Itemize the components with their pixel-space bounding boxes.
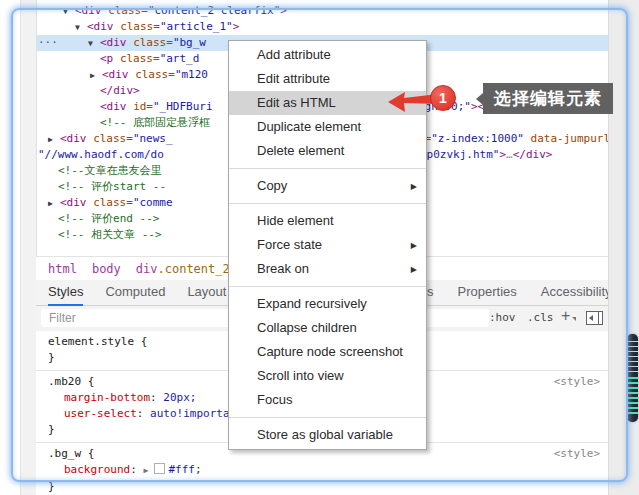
- property-name: user-select: [64, 407, 137, 420]
- menu-separator: [229, 417, 426, 418]
- menu-item-hide-element[interactable]: Hide element: [229, 209, 426, 233]
- code-token: class=: [93, 196, 133, 209]
- value-expander-icon[interactable]: ▶: [143, 463, 153, 479]
- expand-arrow-icon[interactable]: ▼: [75, 20, 87, 36]
- menu-item-duplicate-element[interactable]: Duplicate element: [229, 115, 426, 139]
- code-token: "_HDFBuri: [153, 100, 213, 113]
- menu-item-edit-attribute[interactable]: Edit attribute: [229, 67, 426, 91]
- tab-s[interactable]: s: [427, 280, 434, 304]
- dom-tree-row[interactable]: ▼<div class="article_1">: [36, 19, 608, 35]
- code-token: <div: [75, 4, 108, 17]
- code-token: <div: [60, 196, 93, 209]
- code-token: "article_1": [160, 20, 233, 33]
- expand-arrow-icon[interactable]: ▶: [48, 132, 60, 148]
- expand-arrow-icon[interactable]: ▼: [63, 4, 75, 20]
- code-token: <!--文章在患友会里: [58, 164, 162, 177]
- rule-source-link[interactable]: <style>: [554, 446, 600, 462]
- sidebar-toggle-icon[interactable]: [586, 311, 603, 325]
- code-token: "z-index:1000": [431, 132, 524, 145]
- menu-item-expand-recursively[interactable]: Expand recursively: [229, 292, 426, 316]
- menu-item-scroll-into-view[interactable]: Scroll into view: [229, 364, 426, 388]
- expand-arrow-icon[interactable]: ▶: [90, 68, 102, 84]
- dom-tree-row[interactable]: ▼<div class="content_2 clearfix">: [36, 3, 608, 19]
- code-token: data-jumpurl=: [524, 132, 608, 145]
- left-gutter: [20, 0, 37, 495]
- code-token: <div: [87, 20, 120, 33]
- menu-item-capture-node-screenshot[interactable]: Capture node screenshot: [229, 340, 426, 364]
- tab-computed[interactable]: Computed: [105, 280, 165, 304]
- tab-properties[interactable]: Properties: [458, 280, 517, 304]
- menu-item-break-on[interactable]: Break on▶: [229, 257, 426, 281]
- code-token: "news_: [133, 132, 173, 145]
- devtools-window: ▼<div class="content_2 clearfix">▼<div c…: [0, 0, 639, 495]
- step-badge: 1: [430, 85, 456, 111]
- toggle-element-state-button[interactable]: :hov: [489, 311, 516, 324]
- code-fragment: 2p0zvkj.htm">…</div>: [420, 147, 552, 163]
- menu-separator: [229, 286, 426, 287]
- code-token: >: [280, 4, 287, 17]
- scrollbar-thumb[interactable]: [627, 334, 638, 422]
- code-token: <div: [100, 100, 133, 113]
- menu-item-delete-element[interactable]: Delete element: [229, 139, 426, 163]
- code-token: "//www.haodf.com/do: [38, 148, 164, 161]
- new-style-rule-button[interactable]: +: [561, 307, 570, 325]
- code-token: <div: [102, 68, 135, 81]
- breadcrumb-item[interactable]: html: [48, 262, 77, 276]
- element-classes-button[interactable]: .cls: [527, 311, 554, 324]
- menu-item-edit-as-html[interactable]: Edit as HTML: [229, 91, 426, 115]
- code-token: >: [233, 20, 240, 33]
- code-token: "comme: [133, 196, 173, 209]
- row-more-actions-icon[interactable]: ···: [38, 35, 58, 51]
- code-token: id=: [133, 100, 153, 113]
- rule-selector: element.style {: [48, 335, 147, 348]
- style-property[interactable]: background: ▶#fff;: [48, 462, 608, 479]
- menu-item-focus[interactable]: Focus: [229, 388, 426, 412]
- code-token: <!-- 底部固定悬浮框: [100, 116, 210, 129]
- submenu-arrow-icon: ▶: [411, 234, 417, 258]
- expand-arrow-icon[interactable]: ▼: [88, 36, 100, 52]
- tab-styles[interactable]: Styles: [48, 280, 83, 306]
- menu-item-copy[interactable]: Copy▶: [229, 174, 426, 198]
- code-token: class=: [93, 132, 133, 145]
- code-token: class=: [120, 52, 160, 65]
- tab-layout[interactable]: Layout: [187, 280, 226, 304]
- style-rule[interactable]: .bg_w {<style>background: ▶#fff;}: [36, 443, 608, 495]
- code-token: <!-- 评价end -->: [58, 212, 159, 225]
- breadcrumb-text: html: [48, 262, 77, 276]
- code-token: …: [506, 148, 513, 161]
- menu-separator: [229, 168, 426, 169]
- property-value: 20px;: [163, 391, 196, 404]
- code-token: class=: [133, 36, 173, 49]
- code-token: class=: [135, 68, 175, 81]
- code-token: </div>: [100, 84, 140, 97]
- breadcrumb-item[interactable]: body: [92, 262, 121, 276]
- expand-arrow-icon[interactable]: ▶: [48, 196, 60, 212]
- submenu-arrow-icon: ▶: [411, 258, 417, 282]
- menu-item-force-state[interactable]: Force state▶: [229, 233, 426, 257]
- property-value: #fff;: [168, 463, 201, 476]
- color-swatch[interactable]: [154, 463, 165, 474]
- code-token: <div: [100, 36, 133, 49]
- menu-item-collapse-children[interactable]: Collapse children: [229, 316, 426, 340]
- property-name: background: [64, 463, 130, 476]
- menu-separator: [229, 203, 426, 204]
- tab-accessibility[interactable]: Accessibility: [541, 280, 612, 304]
- rule-source-link[interactable]: <style>: [554, 374, 600, 390]
- menu-item-store-as-global-variable[interactable]: Store as global variable: [229, 423, 426, 447]
- tabs-left: StylesComputedLayout: [48, 280, 226, 305]
- code-token: class=: [120, 20, 160, 33]
- code-token: </div>: [513, 148, 553, 161]
- annotation-tooltip: 选择编辑元素: [483, 83, 613, 114]
- breadcrumb-text: div: [136, 262, 158, 276]
- rule-selector: .mb20 {: [48, 375, 94, 388]
- menu-item-add-attribute[interactable]: Add attribute: [229, 43, 426, 67]
- code-token: "m120: [175, 68, 208, 81]
- code-token: "bg_w: [173, 36, 213, 49]
- code-token: "content_2 clearfix": [148, 4, 280, 17]
- code-token: "art_d: [160, 52, 200, 65]
- code-token: <div: [60, 132, 93, 145]
- rule-selector: .bg_w {: [48, 447, 94, 460]
- code-token: class=: [108, 4, 148, 17]
- tabs-right: sPropertiesAccessibility: [427, 280, 612, 305]
- submenu-arrow-icon: ▶: [411, 175, 417, 199]
